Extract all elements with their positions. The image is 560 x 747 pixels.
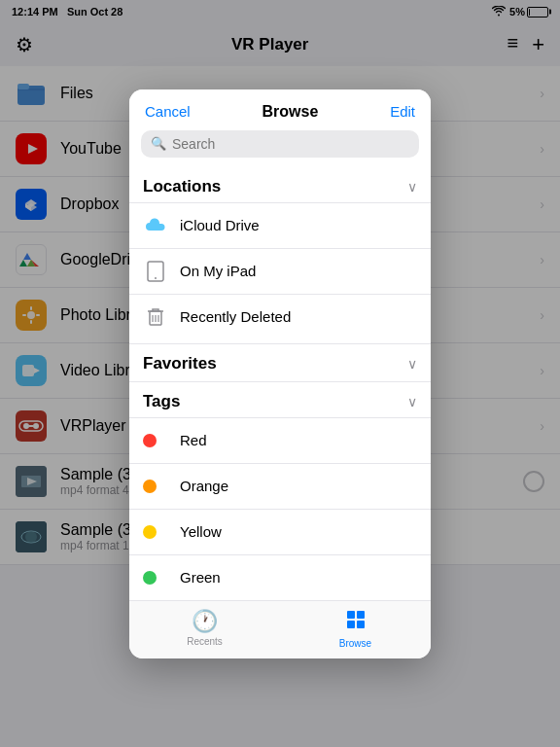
modal-header: Cancel Browse Edit <box>129 89 431 121</box>
green-dot-icon <box>143 565 168 590</box>
svg-rect-36 <box>347 621 355 628</box>
yellow-dot-icon <box>143 519 168 545</box>
recents-icon: 🕐 <box>192 609 218 634</box>
tab-recents[interactable]: 🕐 Recents <box>129 601 280 658</box>
search-bar[interactable]: 🔍 <box>141 130 419 158</box>
tag-green[interactable]: Green <box>129 554 431 600</box>
recents-label: Recents <box>187 636 223 647</box>
edit-button[interactable]: Edit <box>390 103 415 120</box>
tag-yellow[interactable]: Yellow <box>129 509 431 554</box>
location-icloud[interactable]: iCloud Drive <box>129 202 431 248</box>
red-label: Red <box>180 432 207 448</box>
tag-red[interactable]: Red <box>129 417 431 463</box>
locations-section-header[interactable]: Locations ∨ <box>129 167 431 202</box>
favorites-chevron[interactable]: ∨ <box>407 356 417 372</box>
search-input[interactable] <box>172 136 409 152</box>
locations-title: Locations <box>143 177 221 196</box>
modal-title: Browse <box>262 103 319 121</box>
browse-modal: Cancel Browse Edit 🔍 Locations ∨ iCloud … <box>129 89 431 658</box>
svg-point-29 <box>155 277 157 279</box>
svg-rect-37 <box>357 621 365 628</box>
deleted-label: Recently Deleted <box>180 308 291 325</box>
icloud-label: iCloud Drive <box>180 217 260 233</box>
search-icon: 🔍 <box>151 136 166 151</box>
locations-chevron[interactable]: ∨ <box>407 179 417 195</box>
orange-label: Orange <box>180 478 228 494</box>
favorites-section-header[interactable]: Favorites ∨ <box>129 343 431 379</box>
browse-icon <box>345 609 367 636</box>
modal-tabbar: 🕐 Recents Browse <box>129 600 431 658</box>
icloud-icon <box>143 213 168 238</box>
tags-section-header[interactable]: Tags ∨ <box>129 381 431 417</box>
svg-rect-35 <box>357 611 365 619</box>
favorites-title: Favorites <box>143 354 217 374</box>
yellow-label: Yellow <box>180 523 222 540</box>
tag-orange[interactable]: Orange <box>129 463 431 509</box>
modal-overlay[interactable]: Cancel Browse Edit 🔍 Locations ∨ iCloud … <box>0 0 560 747</box>
svg-rect-34 <box>347 611 355 619</box>
tab-browse[interactable]: Browse <box>280 601 431 658</box>
red-dot-icon <box>143 428 168 453</box>
green-label: Green <box>180 569 221 586</box>
cancel-button[interactable]: Cancel <box>145 103 191 120</box>
location-ipad[interactable]: On My iPad <box>129 248 431 294</box>
deleted-icon <box>143 304 168 330</box>
browse-label: Browse <box>339 638 371 649</box>
location-deleted[interactable]: Recently Deleted <box>129 294 431 339</box>
tags-title: Tags <box>143 392 180 411</box>
ipad-icon <box>143 259 168 284</box>
orange-dot-icon <box>143 474 168 499</box>
ipad-label: On My iPad <box>180 263 256 279</box>
tags-chevron[interactable]: ∨ <box>407 394 417 409</box>
